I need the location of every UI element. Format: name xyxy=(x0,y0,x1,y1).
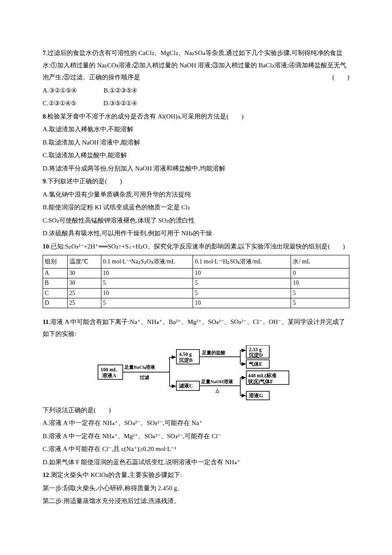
q10-number: 10 xyxy=(43,243,49,250)
q8-optD: D.将滤渣平分成两等份,分别加入 NaOH 溶液和稀盐酸中,均能溶解 xyxy=(43,162,349,175)
q8-optA: A.取滤渣加入稀氨水中,不能溶解 xyxy=(43,123,349,136)
diag-450g: 4.50 g xyxy=(179,351,192,357)
diag-bacl2: 足量BaCl₂溶液 xyxy=(124,364,156,369)
diag-precD: 沉淀D xyxy=(248,352,263,358)
cell: 10 xyxy=(101,288,193,298)
q8-optC: C.取滤渣加入稀盐酸中,能溶解 xyxy=(43,149,349,162)
cell: 30 xyxy=(67,278,101,288)
cell: C xyxy=(43,288,68,298)
cell: 5 xyxy=(291,288,349,298)
q9-optD: D.浓硫酸具有吸水性,可以用作干燥剂,例如可用于 NH₃的干燥 xyxy=(43,227,349,240)
q8-number: 8 xyxy=(43,113,46,120)
diag-448b: 状况)气体F xyxy=(248,379,273,384)
q7-stem: 7.过滤后的食盐水仍含有可溶性的 CaCl₂、MgCl₂、Na₂SO₄等杂质,通… xyxy=(43,47,349,84)
q9-optA: A.氯化钠中混有少量单质碘杂质,可用升华的方法提纯 xyxy=(43,188,349,201)
q9-stem: 9.下列叙述中正确的是( ) xyxy=(43,175,349,188)
cell: 5 xyxy=(101,298,193,308)
cell: 10 xyxy=(193,298,291,308)
q12-step1: 第一步:刮取火柴头,小心研碎,称得质量为 2.450 g。 xyxy=(43,482,349,494)
cell: B xyxy=(43,278,68,288)
diag-gasE: 气体E xyxy=(248,361,262,367)
q11-optC: C.溶液 A 中可能存在 Cl⁻,且 c(Na⁺)≥0.20 mol·L⁻¹ xyxy=(43,443,349,455)
q10-text: .已知:S₂O₃²⁻+2H⁺══SO₂↑+S↓+H₂O。探究化学反应速率的影响因… xyxy=(49,243,345,250)
q7-row1: A.③②①⑤④ B.①②③⑤④ xyxy=(43,84,349,97)
cell: 10 xyxy=(193,269,291,278)
cell: 10 xyxy=(291,278,349,288)
q10-table: 组别 温度/℃ 0.1 mol·L⁻¹Na₂S₂O₃溶液/mL 0.1 mol·… xyxy=(43,255,349,308)
cell: 5 xyxy=(193,288,291,298)
cell: 5 xyxy=(101,278,193,288)
cell: 5 xyxy=(193,278,291,288)
q7-number: 7 xyxy=(43,49,46,56)
table-row: C 25 10 5 5 xyxy=(43,288,349,298)
q9-number: 9 xyxy=(43,178,46,185)
q7-row2: C.②③①④⑤ D.③⑤②①④ xyxy=(43,97,349,110)
diag-100ml: 100 mL xyxy=(101,367,117,373)
diag-solG: 溶液G xyxy=(248,393,263,399)
th-na2s2o3: 0.1 mol·L⁻¹Na₂S₂O₃溶液/mL xyxy=(101,255,193,269)
q7-optD: D.③⑤②①④ xyxy=(104,97,138,110)
q12-text: .测定火柴头中 KClO₃的含量,主要实验步骤如下: xyxy=(49,471,182,478)
q11-text: .溶液 A 中可能含有如下离子:Na⁺、NH₄⁺、Ba²⁺、Mg²⁺、SO₄²⁻… xyxy=(43,318,345,338)
cell: D xyxy=(43,298,68,308)
q11-after: 下列说法正确的是( ) xyxy=(43,404,349,416)
th-group: 组别 xyxy=(43,255,68,269)
diag-filter: 过滤 xyxy=(139,374,150,379)
diag-hcl: 足量的盐酸 xyxy=(202,350,226,355)
cell: 25 xyxy=(67,298,101,308)
diag-heat: △ xyxy=(215,387,219,393)
th-temp: 温度/℃ xyxy=(67,255,101,269)
q7-optC: C.②③①④⑤ xyxy=(43,97,76,110)
cell: A xyxy=(43,269,68,278)
q7-optB: B.①②③⑤④ xyxy=(104,84,137,97)
table-row: D 25 5 10 5 xyxy=(43,298,349,308)
q7-paren: ( ) xyxy=(332,71,349,84)
q9-optB: B.能使润湿的淀粉 KI 试纸变成蓝色的物质一定是 Cl₂ xyxy=(43,201,349,214)
q11-number: 11 xyxy=(43,318,49,325)
q9-optC: C.SO₂可使酸性高锰酸钾溶液褪色,体现了 SO₂的漂白性 xyxy=(43,214,349,227)
q9-text: .下列叙述中正确的是( ) xyxy=(46,178,122,185)
q7-text: .过滤后的食盐水仍含有可溶性的 CaCl₂、MgCl₂、Na₂SO₄等杂质,通过… xyxy=(43,49,346,81)
table-header-row: 组别 温度/℃ 0.1 mol·L⁻¹Na₂S₂O₃溶液/mL 0.1 mol·… xyxy=(43,255,349,269)
cell: 5 xyxy=(291,298,349,308)
q7-optA: A.③②①⑤④ xyxy=(43,84,77,97)
q11-optA: A.溶液 A 中一定存在 NH₄⁺、SO₄²⁻、SO₃²⁻,可能存在 Na⁺ xyxy=(43,417,349,429)
q8-optB: B.取滤渣加入 NaOH 溶液中,能溶解 xyxy=(43,136,349,149)
q12-number: 12 xyxy=(43,471,49,478)
table-row: B 30 5 5 10 xyxy=(43,278,349,288)
q11-stem: 11.溶液 A 中可能含有如下离子:Na⁺、NH₄⁺、Ba²⁺、Mg²⁺、SO₄… xyxy=(43,316,349,340)
diag-precB: 沉淀B xyxy=(179,357,193,363)
cell: 0 xyxy=(291,269,349,278)
cell: 10 xyxy=(101,269,193,278)
cell: 30 xyxy=(67,269,101,278)
diag-448a: 448 mL(标准 xyxy=(248,373,277,379)
diag-233g: 2.33 g xyxy=(249,347,262,353)
diag-solA: 溶液A xyxy=(102,373,116,379)
q12-step2: 第二步:用适量蒸馏水充分浸泡后过滤,洗涤残渣。 xyxy=(43,495,349,507)
cell: 25 xyxy=(67,288,101,298)
q11-optB: B.溶液 A 中一定存在 NH₄⁺、Mg²⁺、SO₄²⁻、SO₃²⁻,可能存在 … xyxy=(43,430,349,442)
diag-filtC: 滤液C xyxy=(179,383,193,389)
q8-text: .检验某牙膏中不溶于水的成分是否含有 Al(OH)₃,可采用的方法是( ) xyxy=(46,113,244,120)
q11-diagram: 100 mL 溶液A 足量BaCl₂溶液 过滤 4.50 g 沉淀B 滤液C 足… xyxy=(94,345,298,401)
q8-stem: 8.检验某牙膏中不溶于水的成分是否含有 Al(OH)₃,可采用的方法是( ) xyxy=(43,110,349,123)
q11-optD: D.如果气体 F 能使湿润的蓝色石蕊试纸变红,说明溶液中一定含有 NH₄⁺ xyxy=(43,456,349,468)
q12-stem: 12.测定火柴头中 KClO₃的含量,主要实验步骤如下: xyxy=(43,469,349,481)
diag-naoh: 足量NaOH溶液 xyxy=(201,379,233,384)
q10-stem: 10.已知:S₂O₃²⁻+2H⁺══SO₂↑+S↓+H₂O。探究化学反应速率的影… xyxy=(43,240,349,253)
table-row: A 30 10 10 0 xyxy=(43,269,349,278)
th-h2so4: 0.1 mol·L⁻¹H₂SO₄溶液/mL xyxy=(193,255,291,269)
th-water: 水/ mL xyxy=(291,255,349,269)
